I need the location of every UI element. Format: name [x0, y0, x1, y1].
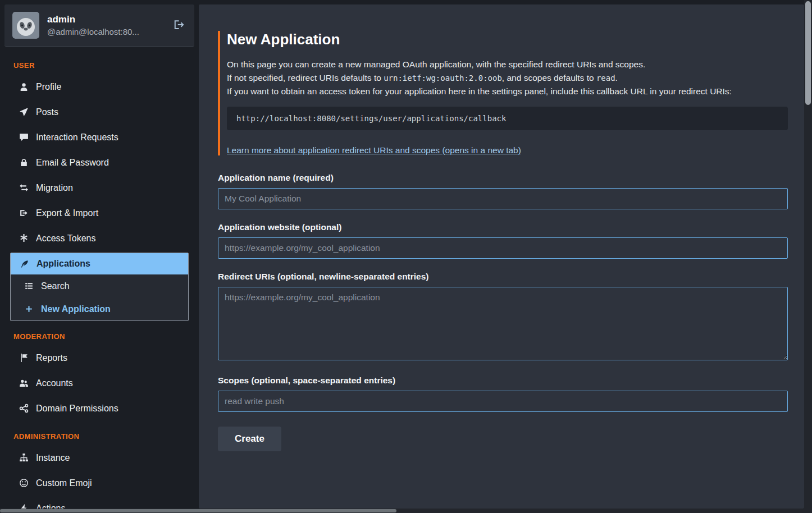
- plus-icon: [24, 304, 34, 314]
- sidebar-item-new-application[interactable]: New Application: [11, 297, 188, 320]
- sidebar-item-label: Email & Password: [36, 158, 109, 168]
- sidebar-item-migration[interactable]: Migration: [10, 175, 189, 200]
- sidebar-item-email-password[interactable]: Email & Password: [10, 150, 189, 175]
- sidebar-item-label: Custom Emoji: [36, 478, 92, 488]
- asterisk-icon: [19, 233, 29, 243]
- sidebar-item-label: Instance: [36, 453, 70, 463]
- create-button[interactable]: Create: [218, 427, 281, 451]
- sidebar-item-label: Accounts: [36, 378, 73, 388]
- sidebar-item-export-import[interactable]: Export & Import: [10, 200, 189, 226]
- inline-code-read: read: [596, 74, 615, 83]
- application-website-label: Application website (optional): [218, 222, 788, 232]
- sidebar-item-label: New Application: [41, 304, 111, 314]
- sidebar-item-label: Migration: [36, 183, 73, 193]
- intro-text: On this page you can create a new manage…: [227, 58, 788, 98]
- user-handle: @admin@localhost:80...: [47, 27, 139, 36]
- application-name-input[interactable]: [218, 188, 788, 209]
- sidebar-item-label: Reports: [36, 353, 67, 363]
- lock-icon: [19, 158, 29, 167]
- logout-button[interactable]: [171, 17, 186, 34]
- scopes-label: Scopes (optional, space-separated entrie…: [218, 375, 788, 386]
- sidebar-item-interaction-requests[interactable]: Interaction Requests: [10, 125, 189, 150]
- sidebar-item-label: Posts: [36, 107, 58, 117]
- sidebar: admin @admin@localhost:80... USER Profil…: [0, 0, 199, 513]
- page-title: New Application: [227, 31, 788, 48]
- logout-icon: [173, 19, 184, 30]
- user-icon: [19, 82, 29, 91]
- paper-plane-icon: [19, 107, 29, 117]
- scopes-input[interactable]: [218, 391, 788, 412]
- vertical-scrollbar-thumb[interactable]: [805, 1, 811, 105]
- section-label-moderation: MODERATION: [13, 332, 189, 341]
- smile-icon: [19, 478, 29, 488]
- user-name: admin: [47, 14, 139, 25]
- comment-icon: [19, 132, 29, 142]
- sidebar-item-posts[interactable]: Posts: [10, 99, 189, 125]
- sidebar-item-accounts[interactable]: Accounts: [10, 370, 189, 396]
- redirect-uris-label: Redirect URIs (optional, newline-separat…: [218, 272, 788, 282]
- sidebar-item-custom-emoji[interactable]: Custom Emoji: [10, 470, 189, 496]
- sidebar-item-reports[interactable]: Reports: [10, 345, 189, 370]
- sidebar-item-label: Domain Permissions: [36, 404, 118, 414]
- scopes-field: Scopes (optional, space-separated entrie…: [218, 375, 788, 412]
- horizontal-scrollbar-thumb[interactable]: [0, 509, 396, 512]
- application-website-field: Application website (optional): [218, 222, 788, 259]
- application-name-label: Application name (required): [218, 173, 788, 183]
- flag-icon: [19, 353, 29, 363]
- sidebar-item-applications[interactable]: Applications: [11, 253, 188, 274]
- inline-code-oob: urn:ietf:wg:oauth:2.0:oob: [384, 74, 502, 83]
- intro-line-3: If you want to obtain an access token fo…: [227, 85, 788, 98]
- sidebar-item-label: Profile: [36, 82, 61, 92]
- sidebar-item-label: Export & Import: [36, 208, 98, 218]
- side-nav: USER Profile Posts Interaction Requests …: [4, 47, 194, 513]
- application-website-input[interactable]: [218, 237, 788, 259]
- avatar: [12, 12, 39, 39]
- sidebar-item-label: Interaction Requests: [36, 132, 118, 143]
- sidebar-item-access-tokens[interactable]: Access Tokens: [10, 226, 189, 251]
- redirect-uris-field: Redirect URIs (optional, newline-separat…: [218, 272, 788, 363]
- list-icon: [24, 281, 34, 291]
- share-nodes-icon: [19, 404, 29, 413]
- sidebar-item-profile[interactable]: Profile: [10, 74, 189, 99]
- sidebar-item-domain-permissions[interactable]: Domain Permissions: [10, 396, 189, 421]
- vertical-scrollbar[interactable]: [804, 0, 812, 509]
- section-label-administration: ADMINISTRATION: [13, 432, 189, 441]
- exchange-icon: [19, 183, 29, 193]
- sidebar-item-label: Applications: [37, 259, 90, 269]
- sidebar-item-label: Search: [41, 281, 70, 291]
- feather-icon: [20, 259, 29, 269]
- intro-line-2: If not specified, redirect URIs defaults…: [227, 71, 788, 85]
- sidebar-item-instance[interactable]: Instance: [10, 445, 189, 470]
- sitemap-icon: [19, 453, 29, 462]
- callback-url-code-block: http://localhost:8080/settings/user/appl…: [227, 107, 788, 130]
- user-card[interactable]: admin @admin@localhost:80...: [4, 4, 194, 47]
- sidebar-item-label: Access Tokens: [36, 233, 95, 244]
- export-icon: [19, 208, 29, 218]
- horizontal-scrollbar[interactable]: [0, 509, 812, 513]
- main-panel: New Application On this page you can cre…: [199, 4, 804, 509]
- users-icon: [19, 378, 29, 388]
- redirect-uris-textarea[interactable]: [218, 287, 788, 360]
- intro-line-1: On this page you can create a new manage…: [227, 58, 788, 71]
- new-application-form: Application name (required) Application …: [218, 173, 788, 451]
- user-meta: admin @admin@localhost:80...: [47, 14, 139, 36]
- sidebar-item-applications-search[interactable]: Search: [11, 274, 188, 297]
- section-label-user: USER: [13, 61, 189, 70]
- application-name-field: Application name (required): [218, 173, 788, 209]
- intro-block: New Application On this page you can cre…: [218, 31, 788, 155]
- applications-group: Applications Search New Application: [10, 253, 189, 321]
- docs-link[interactable]: Learn more about application redirect UR…: [227, 145, 521, 155]
